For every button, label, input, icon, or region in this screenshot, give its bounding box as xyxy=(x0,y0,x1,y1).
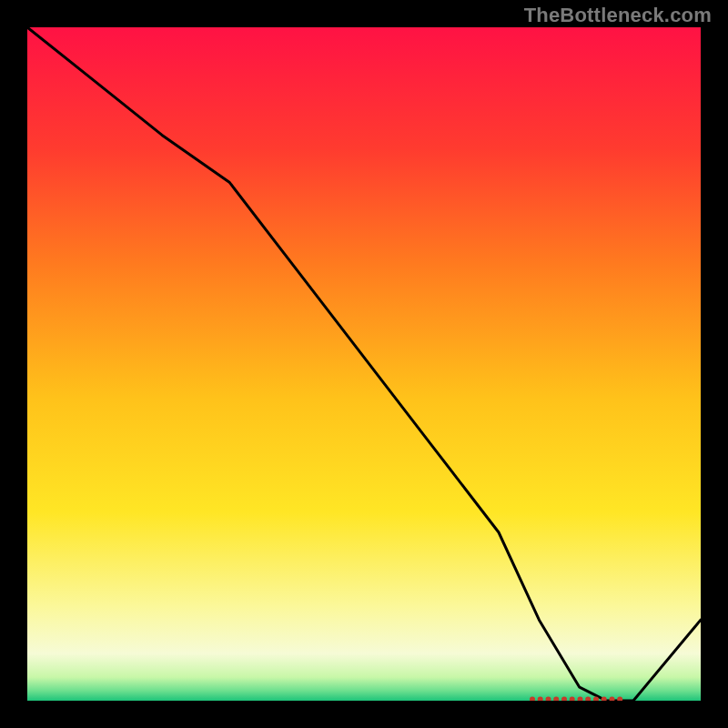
chart-frame: TheBottleneck.com xyxy=(0,0,728,728)
chart-plot xyxy=(27,27,701,701)
chart-svg xyxy=(27,27,701,701)
chart-background xyxy=(27,27,701,701)
watermark-text: TheBottleneck.com xyxy=(524,4,712,27)
